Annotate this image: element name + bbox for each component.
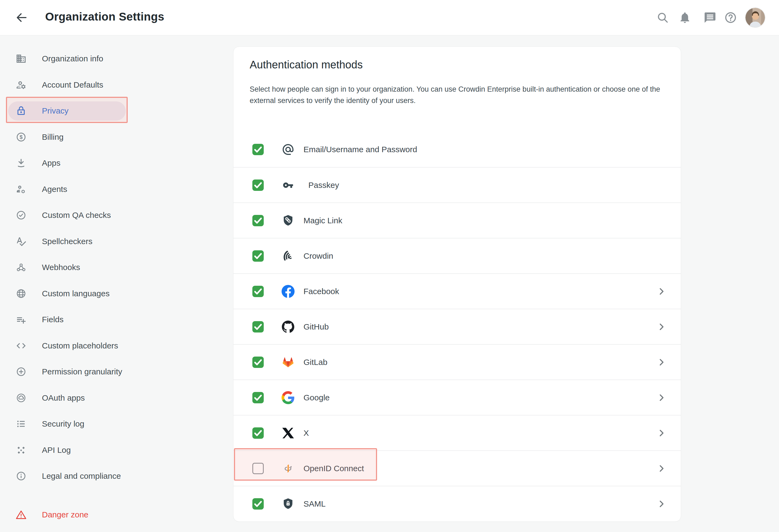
github-icon bbox=[282, 320, 295, 333]
sidebar-item-label: Custom QA checks bbox=[42, 211, 111, 220]
auth-method-label: Facebook bbox=[303, 287, 339, 296]
notifications-icon[interactable] bbox=[678, 11, 692, 24]
auth-method-row-magic-link: Magic Link bbox=[233, 202, 681, 238]
github-checkbox[interactable] bbox=[252, 321, 264, 332]
apps-icon bbox=[15, 156, 27, 170]
saml-checkbox[interactable] bbox=[252, 498, 264, 510]
sidebar-item-spellcheckers[interactable]: Spellcheckers bbox=[0, 228, 233, 255]
sidebar-item-billing[interactable]: $Billing bbox=[0, 124, 233, 150]
help-icon[interactable] bbox=[724, 11, 737, 24]
account-defaults-icon bbox=[15, 78, 27, 91]
authentication-methods-card: Authentication methods Select how people… bbox=[233, 47, 681, 522]
facebook-icon bbox=[282, 285, 295, 298]
sidebar-item-custom-qa-checks[interactable]: Custom QA checks bbox=[0, 202, 233, 228]
chevron-right-icon[interactable] bbox=[656, 322, 666, 332]
sidebar-item-label: API Log bbox=[42, 446, 71, 455]
auth-method-row-github: GitHub bbox=[233, 309, 681, 344]
sidebar-item-label: Agents bbox=[42, 185, 67, 194]
auth-method-label: SAML bbox=[303, 499, 326, 509]
auth-method-row-crowdin: Crowdin bbox=[233, 238, 681, 273]
sidebar-item-agents[interactable]: Agents bbox=[0, 176, 233, 202]
sidebar-item-label: Fields bbox=[42, 315, 64, 324]
auth-method-row-gitlab: GitLab bbox=[233, 344, 681, 380]
auth-method-label: Magic Link bbox=[303, 216, 342, 225]
info-icon bbox=[15, 470, 27, 482]
auth-method-label: Passkey bbox=[308, 181, 339, 190]
sidebar-item-account-defaults[interactable]: Account Defaults bbox=[0, 72, 233, 98]
auth-methods-list: Email/Username and PasswordPasskeyMagic … bbox=[233, 132, 681, 521]
sidebar-item-permission-granularity[interactable]: Permission granularity bbox=[0, 359, 233, 385]
sidebar-item-label: Custom languages bbox=[42, 289, 110, 298]
facebook-checkbox[interactable] bbox=[252, 286, 264, 297]
x-icon bbox=[282, 426, 295, 440]
gitlab-icon bbox=[282, 356, 295, 369]
organization-icon bbox=[15, 52, 27, 65]
chevron-right-icon[interactable] bbox=[656, 428, 666, 438]
sidebar-item-apps[interactable]: Apps bbox=[0, 150, 233, 176]
sidebar-item-label: Organization info bbox=[42, 54, 103, 63]
magic-link-checkbox[interactable] bbox=[252, 215, 264, 226]
auth-method-label: X bbox=[303, 428, 309, 438]
passkey-checkbox[interactable] bbox=[252, 180, 264, 191]
globe-icon bbox=[15, 287, 27, 300]
sidebar-item-label: Spellcheckers bbox=[42, 237, 93, 246]
code-icon bbox=[15, 339, 27, 352]
saml-icon bbox=[282, 497, 295, 510]
sidebar-item-privacy[interactable]: Privacy bbox=[0, 98, 233, 124]
page-title: Organization Settings bbox=[45, 10, 164, 23]
fields-icon bbox=[15, 313, 27, 326]
auth-method-label: Email/Username and Password bbox=[303, 145, 417, 154]
oauth-icon bbox=[15, 391, 27, 404]
sidebar-item-label: Privacy bbox=[42, 106, 68, 116]
chevron-right-icon[interactable] bbox=[656, 393, 666, 402]
sidebar-item-security-log[interactable]: Security log bbox=[0, 411, 233, 437]
openid-icon bbox=[282, 462, 295, 475]
auth-method-row-google: Google bbox=[233, 380, 681, 415]
settings-sidebar: Organization infoAccount DefaultsPrivacy… bbox=[0, 46, 233, 528]
sidebar-item-label: Custom placeholders bbox=[42, 341, 118, 350]
auth-method-label: Google bbox=[303, 393, 330, 402]
x-checkbox[interactable] bbox=[252, 427, 264, 439]
auth-method-row-x: X bbox=[233, 415, 681, 450]
google-checkbox[interactable] bbox=[252, 392, 264, 403]
sidebar-item-danger-zone[interactable]: Danger zone bbox=[0, 502, 233, 528]
sidebar-item-label: Billing bbox=[42, 132, 64, 142]
crowdin-checkbox[interactable] bbox=[252, 250, 264, 262]
gitlab-checkbox[interactable] bbox=[252, 356, 264, 368]
sidebar-item-label: Webhooks bbox=[42, 263, 80, 272]
sidebar-item-custom-languages[interactable]: Custom languages bbox=[0, 281, 233, 307]
sidebar-item-legal-and-compliance[interactable]: Legal and compliance bbox=[0, 463, 233, 489]
sidebar-item-label: Legal and compliance bbox=[42, 471, 121, 481]
crowdin-icon bbox=[282, 250, 295, 263]
sidebar-item-oauth-apps[interactable]: OAuth apps bbox=[0, 385, 233, 411]
sidebar-item-webhooks[interactable]: Webhooks bbox=[0, 254, 233, 281]
auth-method-label: Crowdin bbox=[303, 251, 333, 261]
chevron-right-icon[interactable] bbox=[656, 499, 666, 509]
sidebar-item-fields[interactable]: Fields bbox=[0, 307, 233, 333]
sidebar-item-label: Permission granularity bbox=[42, 367, 122, 376]
auth-method-row-email-username-and-password: Email/Username and Password bbox=[233, 132, 681, 167]
search-icon[interactable] bbox=[656, 11, 669, 24]
sidebar-item-custom-placeholders[interactable]: Custom placeholders bbox=[0, 333, 233, 359]
chevron-right-icon[interactable] bbox=[656, 464, 666, 473]
agents-icon bbox=[15, 183, 27, 196]
messages-icon[interactable] bbox=[704, 11, 717, 24]
sidebar-item-organization-info[interactable]: Organization info bbox=[0, 46, 233, 72]
auth-method-row-saml: SAML bbox=[233, 486, 681, 521]
card-description: Select how people can sign in to your or… bbox=[250, 83, 672, 106]
sidebar-item-api-log[interactable]: API Log bbox=[0, 437, 233, 463]
openid-connect-checkbox[interactable] bbox=[252, 463, 264, 474]
sidebar-item-label: Apps bbox=[42, 158, 60, 168]
chevron-right-icon[interactable] bbox=[656, 286, 666, 296]
list-icon bbox=[15, 417, 27, 430]
chevron-right-icon[interactable] bbox=[656, 357, 666, 367]
user-avatar[interactable] bbox=[745, 8, 765, 27]
back-arrow-button[interactable] bbox=[15, 11, 28, 24]
webhook-icon bbox=[15, 261, 27, 274]
api-log-icon bbox=[15, 444, 27, 457]
email-username-and-password-checkbox[interactable] bbox=[252, 144, 264, 155]
auth-method-row-passkey: Passkey bbox=[233, 167, 681, 202]
organization-settings-page: Organization Settings Organization infoA… bbox=[0, 0, 779, 532]
svg-text:$: $ bbox=[19, 134, 22, 140]
sidebar-item-label: Danger zone bbox=[42, 510, 88, 519]
